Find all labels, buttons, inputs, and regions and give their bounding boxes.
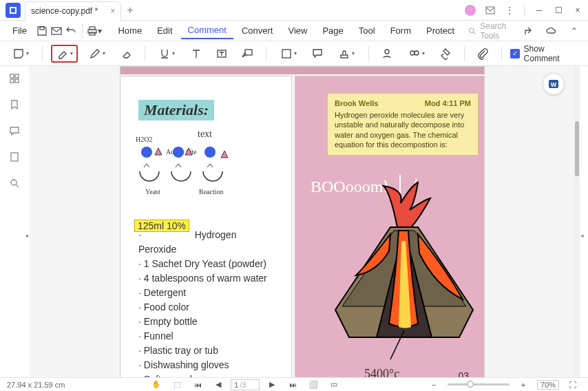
comment-time: Mod 4:11 PM [425, 99, 471, 107]
zoom-in-icon[interactable]: + [515, 377, 532, 392]
text-tool[interactable] [186, 45, 206, 63]
svg-rect-18 [10, 79, 14, 83]
note-tool[interactable]: ▾ [7, 45, 34, 63]
page-number: 03 [458, 370, 469, 377]
list-item: Detergent [138, 286, 273, 300]
checkbox-checked-icon: ✓ [510, 49, 520, 59]
close-tab-icon[interactable]: × [110, 6, 115, 16]
document-canvas[interactable]: W Materials: text H2O2 Active Site Yeast… [30, 66, 574, 377]
comment-toolbar: ▾ ▾ ▾ ▾ ▾ ▾ ▾ ✓ Show Comment [0, 41, 588, 66]
textbox-tool[interactable] [211, 45, 231, 63]
menu-home[interactable]: Home [111, 23, 149, 39]
minimize-button[interactable]: ─ [534, 6, 544, 15]
menu-edit[interactable]: Edit [150, 23, 179, 39]
materials-list: 125ml 10% Hydrogen Peroxide 1 Sachet Dry… [138, 228, 273, 377]
attachments-panel-icon[interactable] [9, 151, 21, 164]
expand-left-icon[interactable]: ▸ [25, 222, 30, 249]
svg-rect-1 [11, 8, 15, 12]
svg-point-21 [11, 180, 17, 185]
svg-rect-4 [52, 28, 61, 34]
list-item: Safty goggles [138, 372, 273, 377]
svg-marker-29 [221, 151, 228, 158]
undo-icon[interactable] [65, 23, 78, 39]
comments-panel-icon[interactable] [9, 125, 21, 138]
svg-rect-12 [341, 55, 348, 58]
svg-rect-7 [90, 32, 95, 35]
list-item: Funnel [138, 329, 273, 344]
svg-rect-16 [10, 74, 14, 78]
comment-note[interactable]: Brook Wells Mod 4:11 PM Hydrogen peroxid… [327, 93, 479, 156]
new-tab-button[interactable]: + [127, 4, 133, 17]
svg-rect-3 [40, 27, 44, 30]
list-item: Empty bottle [138, 315, 273, 329]
svg-point-28 [204, 147, 216, 158]
document-tab[interactable]: science-copy.pdf * × [25, 1, 121, 21]
zoom-knob[interactable] [467, 381, 474, 388]
search-tools[interactable]: Search Tools [468, 21, 518, 41]
prev-page-icon[interactable]: ◀ [210, 377, 227, 392]
menu-convert[interactable]: Convert [235, 23, 280, 39]
collapse-ribbon-icon[interactable]: ⌃ [566, 23, 582, 39]
bookmark-icon[interactable] [9, 99, 21, 112]
save-icon[interactable] [35, 23, 48, 39]
show-comment-toggle[interactable]: ✓ Show Comment [510, 44, 581, 63]
menu-comment[interactable]: Comment [181, 22, 233, 39]
show-comment-label: Show Comment [524, 44, 581, 63]
svg-rect-2 [486, 7, 494, 14]
search-panel-icon[interactable] [9, 178, 21, 190]
first-page-icon[interactable]: ⏮ [189, 377, 206, 392]
zoom-value[interactable]: 70% [537, 380, 559, 390]
assistant-icon[interactable] [465, 5, 476, 16]
comment-bubble-tool[interactable] [307, 45, 327, 63]
mail-icon[interactable] [50, 23, 63, 39]
more-icon[interactable]: ⋮ [505, 6, 514, 15]
svg-rect-17 [15, 74, 19, 78]
eraser-tool[interactable] [116, 45, 136, 63]
link-tool[interactable] [435, 45, 455, 63]
menu-tool[interactable]: Tool [352, 23, 382, 39]
cloud-icon[interactable] [543, 23, 559, 39]
print-icon[interactable]: ▾ [87, 23, 102, 39]
last-page-icon[interactable]: ⏭ [284, 377, 301, 392]
share-icon[interactable] [519, 23, 536, 39]
highlighted-text[interactable]: 125ml 10% [134, 220, 189, 232]
menu-form[interactable]: Form [384, 23, 418, 39]
comment-body: Hydrogen peroxide molecules are very uns… [335, 110, 471, 149]
menu-protect[interactable]: Protect [419, 23, 461, 39]
signature-tool[interactable] [377, 45, 397, 63]
statusbar: 27.94 x 21.59 cm ✋ ⬚ ⏮ ◀ 1/3 ▶ ⏭ ⬜ ▭ − +… [0, 377, 588, 391]
thumbnails-icon[interactable] [9, 73, 21, 85]
list-item: 125ml 10% Hydrogen Peroxide [138, 228, 273, 257]
menu-view[interactable]: View [281, 23, 314, 39]
underline-tool[interactable]: ▾ [154, 45, 180, 63]
callout-tool[interactable] [238, 45, 258, 63]
materials-heading: Materials: [138, 100, 214, 120]
pencil-tool[interactable]: ▾ [83, 45, 110, 63]
select-tool-icon[interactable]: ⬚ [169, 377, 185, 392]
shape-tool[interactable]: ▾ [275, 45, 302, 63]
zoom-slider[interactable] [448, 383, 510, 385]
file-menu[interactable]: File [6, 23, 34, 39]
close-window-button[interactable]: × [573, 6, 582, 15]
next-page-icon[interactable]: ▶ [264, 377, 280, 392]
attachment-tool[interactable] [473, 45, 493, 63]
fit-width-icon[interactable]: ▭ [326, 377, 342, 392]
zoom-out-icon[interactable]: − [426, 377, 442, 392]
notification-icon[interactable] [485, 6, 495, 15]
main-area: ▸ W Materials: text H2O2 Active Site Yea… [0, 66, 588, 377]
fit-page-icon[interactable]: ⬜ [305, 377, 322, 392]
page-number-field[interactable]: 1/3 [231, 379, 260, 390]
hand-tool-icon[interactable]: ✋ [148, 377, 165, 392]
scroll-thumb[interactable] [575, 121, 579, 176]
stamp2-tool[interactable]: ▾ [403, 45, 430, 63]
word-export-icon[interactable]: W [543, 73, 565, 95]
stamp-tool[interactable]: ▾ [333, 45, 360, 63]
expand-right-icon[interactable]: ◂ [579, 222, 585, 249]
highlight-tool[interactable]: ▾ [51, 45, 78, 63]
maximize-button[interactable]: ☐ [554, 6, 563, 15]
menu-page[interactable]: Page [315, 23, 350, 39]
fullscreen-icon[interactable]: ⛶ [565, 377, 581, 392]
page-left: Materials: text H2O2 Active Site Yeast R… [120, 76, 292, 377]
svg-point-24 [141, 147, 152, 158]
list-item: Food color [138, 300, 273, 315]
